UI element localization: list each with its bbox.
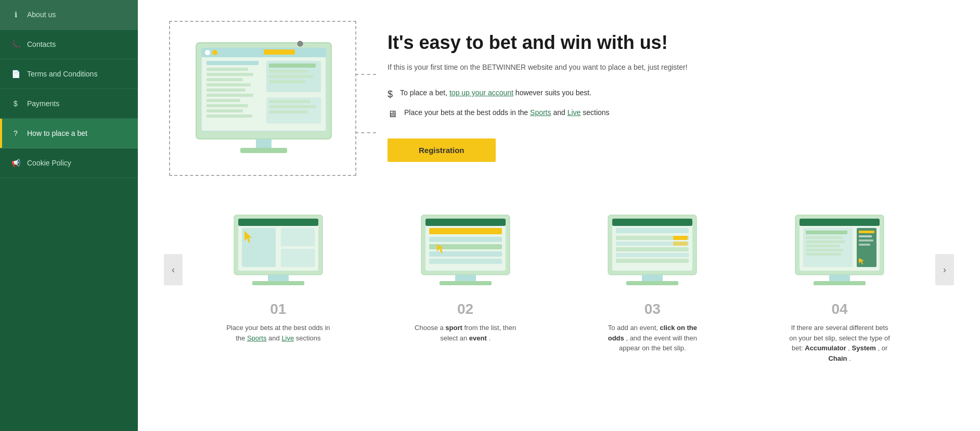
step-2-monitor (416, 212, 515, 290)
svg-rect-76 (859, 244, 870, 246)
sidebar-item-about-us[interactable]: ℹ About us (0, 0, 138, 30)
sidebar-item-cookie[interactable]: 📢 Cookie Policy (0, 148, 138, 178)
svg-rect-31 (238, 219, 318, 226)
svg-rect-42 (429, 237, 502, 242)
svg-rect-52 (616, 228, 689, 233)
top-up-link[interactable]: top up your account (449, 88, 513, 97)
svg-rect-64 (800, 219, 880, 226)
svg-rect-74 (859, 235, 872, 237)
connector-line-2 (355, 132, 376, 133)
question-icon: ? (10, 128, 21, 138)
step1-sports-link[interactable]: Sports (247, 334, 267, 342)
svg-rect-34 (281, 249, 315, 267)
svg-rect-36 (268, 275, 289, 282)
svg-rect-8 (207, 68, 248, 71)
monitor-svg (180, 32, 347, 162)
feature-1-text: To place a bet, top up your account howe… (400, 88, 591, 97)
step-1-monitor (229, 212, 328, 290)
step-4-number: 04 (832, 301, 848, 318)
svg-rect-26 (269, 110, 308, 113)
svg-rect-78 (829, 275, 850, 282)
svg-rect-70 (806, 249, 843, 251)
hero-feature-1: $ To place a bet, top up your account ho… (388, 88, 949, 100)
dollar-icon: $ (10, 98, 21, 109)
svg-rect-75 (859, 239, 873, 242)
steps-wrapper: ‹ 01 (169, 212, 949, 363)
step1-live-link[interactable]: Live (281, 334, 294, 342)
svg-rect-73 (859, 231, 874, 233)
main-content: It's easy to bet and win with us! If thi… (138, 0, 980, 431)
svg-rect-15 (207, 104, 248, 107)
svg-rect-41 (429, 228, 502, 234)
svg-point-3 (205, 50, 210, 55)
svg-rect-67 (806, 236, 842, 239)
sidebar-item-label: Cookie Policy (27, 159, 71, 167)
svg-rect-55 (616, 247, 689, 251)
svg-rect-5 (264, 49, 295, 55)
svg-rect-48 (440, 281, 492, 285)
steps-section: ‹ 01 (169, 212, 949, 363)
step-1-text: Place your bets at the best odds in the … (226, 323, 330, 343)
hero-text: It's easy to bet and win with us! If thi… (388, 21, 949, 162)
svg-rect-45 (429, 259, 502, 264)
svg-rect-11 (207, 83, 251, 86)
sidebar-item-payments[interactable]: $ Payments (0, 89, 138, 119)
svg-rect-9 (207, 73, 253, 76)
step-3: 03 To add an event, click on the odds , … (559, 212, 746, 353)
svg-rect-68 (806, 240, 845, 243)
sidebar-item-label: Contacts (27, 40, 56, 48)
step-1-number: 01 (270, 301, 286, 318)
prev-arrow-button[interactable]: ‹ (164, 254, 183, 285)
svg-rect-12 (207, 88, 246, 92)
sidebar-item-how-to-bet[interactable]: ? How to place a bet (0, 119, 138, 148)
sidebar-item-label: About us (27, 10, 56, 19)
dashed-border (169, 21, 356, 176)
svg-rect-79 (814, 281, 866, 285)
step-3-monitor (603, 212, 702, 290)
svg-rect-13 (207, 94, 253, 97)
svg-rect-61 (626, 281, 678, 285)
svg-rect-16 (207, 109, 243, 112)
svg-rect-71 (806, 253, 841, 256)
hero-section: It's easy to bet and win with us! If thi… (169, 21, 949, 186)
step-3-number: 03 (644, 301, 661, 318)
connector-line (355, 74, 376, 75)
step-4-monitor (790, 212, 889, 290)
svg-point-6 (298, 41, 303, 46)
live-link[interactable]: Live (568, 108, 581, 117)
hero-illustration (169, 21, 356, 176)
svg-rect-19 (269, 64, 316, 68)
svg-rect-58 (673, 236, 688, 240)
sports-link[interactable]: Sports (530, 108, 551, 117)
document-icon: 📄 (10, 69, 21, 79)
step-4: 04 If there are several different bets o… (746, 212, 933, 363)
hero-feature-2: 🖥 Place your bets at the best odds in th… (388, 108, 949, 120)
registration-button[interactable]: Registration (388, 138, 496, 162)
hero-subtitle: If this is your first time on the BETWIN… (388, 62, 949, 73)
svg-rect-47 (455, 275, 476, 282)
svg-rect-33 (281, 228, 315, 246)
sidebar-item-contacts[interactable]: 📞 Contacts (0, 30, 138, 59)
svg-rect-51 (612, 219, 692, 226)
svg-rect-20 (269, 70, 308, 73)
svg-rect-10 (207, 78, 243, 81)
sidebar: ℹ About us 📞 Contacts 📄 Terms and Condit… (0, 0, 138, 431)
step-1: 01 Place your bets at the best odds in t… (185, 212, 372, 343)
step-2: 02 Choose a sport from the list, then se… (372, 212, 559, 343)
next-arrow-button[interactable]: › (935, 254, 954, 285)
svg-rect-66 (806, 231, 847, 234)
phone-icon: 📞 (10, 39, 21, 49)
svg-rect-22 (269, 80, 305, 83)
svg-rect-17 (207, 115, 252, 118)
svg-rect-21 (269, 75, 313, 78)
step-2-text: Choose a sport from the list, then selec… (414, 323, 518, 343)
svg-rect-69 (806, 245, 840, 247)
dollar-circle-icon: $ (388, 89, 393, 100)
svg-rect-24 (269, 100, 311, 103)
step-2-number: 02 (457, 301, 473, 318)
svg-rect-40 (425, 219, 506, 226)
sidebar-item-terms[interactable]: 📄 Terms and Conditions (0, 59, 138, 89)
svg-rect-25 (269, 105, 316, 108)
sidebar-item-label: Payments (27, 99, 59, 108)
hero-title: It's easy to bet and win with us! (388, 31, 949, 54)
